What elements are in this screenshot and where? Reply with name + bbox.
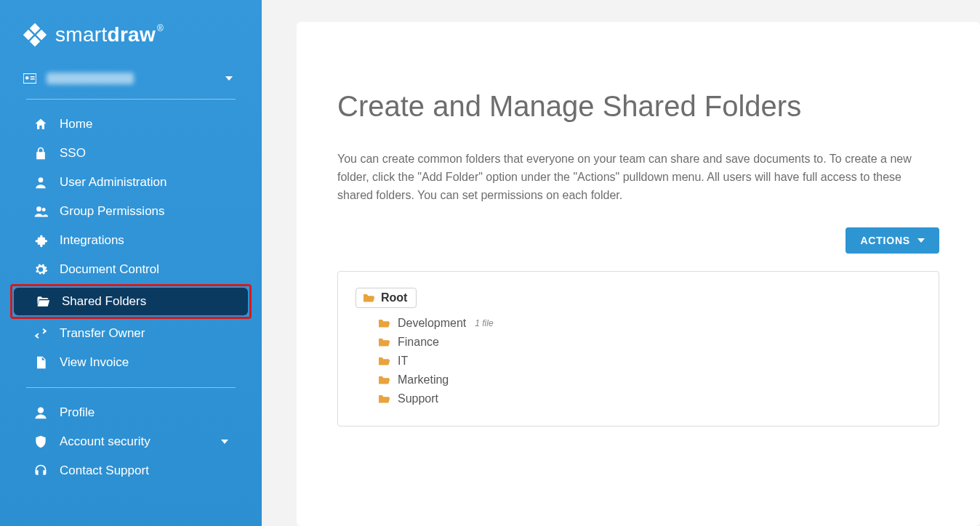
account-name-obscured — [47, 73, 134, 84]
folder-meta: 1 file — [475, 318, 493, 328]
document-icon — [33, 355, 48, 370]
svg-marker-1 — [36, 30, 47, 40]
highlighted-nav-item: Shared Folders — [10, 284, 252, 319]
lock-icon — [33, 146, 48, 161]
transfer-icon — [33, 326, 48, 341]
sidebar-item-transfer-owner[interactable]: Transfer Owner — [12, 320, 250, 347]
main-area: Create and Manage Shared Folders You can… — [262, 0, 980, 526]
sidebar-item-contact-support[interactable]: Contact Support — [12, 457, 250, 485]
account-selector[interactable] — [0, 62, 262, 94]
folder-open-icon — [377, 318, 390, 328]
puzzle-icon — [33, 233, 48, 248]
sidebar-item-label: Shared Folders — [62, 294, 146, 309]
folder-label: Support — [398, 392, 438, 405]
smartdraw-logo-icon — [22, 22, 48, 48]
folder-item-support[interactable]: Support — [377, 392, 921, 405]
folder-tree: Root Development 1 file Finance IT — [337, 271, 939, 426]
headset-icon — [33, 464, 48, 478]
folder-item-finance[interactable]: Finance — [377, 336, 921, 349]
brand-logo[interactable]: smartdraw® — [0, 17, 262, 62]
svg-marker-0 — [30, 23, 40, 33]
gear-icon — [33, 262, 48, 277]
svg-point-8 — [39, 177, 44, 182]
page-title: Create and Manage Shared Folders — [337, 90, 939, 123]
folder-open-icon — [36, 294, 50, 309]
sidebar-item-profile[interactable]: Profile — [12, 399, 250, 426]
folder-open-icon — [377, 375, 390, 385]
folder-item-marketing[interactable]: Marketing — [377, 373, 921, 387]
sidebar: smartdraw® Home SSO User Administratio — [0, 0, 262, 526]
actions-row: ACTIONS — [337, 227, 939, 254]
sidebar-item-label: Document Control — [60, 262, 159, 277]
sidebar-item-label: Home — [60, 117, 92, 132]
primary-nav: Home SSO User Administration Group Permi… — [0, 107, 262, 380]
sidebar-item-integrations[interactable]: Integrations — [12, 227, 250, 254]
folder-open-icon — [362, 293, 375, 303]
folder-label: Marketing — [398, 373, 449, 387]
svg-point-11 — [38, 408, 44, 413]
home-icon — [33, 117, 48, 132]
svg-point-5 — [25, 76, 29, 80]
sidebar-item-shared-folders[interactable]: Shared Folders — [14, 288, 248, 315]
folder-root[interactable]: Root — [356, 288, 417, 308]
users-icon — [33, 204, 48, 219]
sidebar-item-label: View Invoice — [60, 355, 129, 370]
chevron-down-icon — [221, 440, 228, 444]
svg-rect-6 — [31, 76, 35, 78]
divider — [26, 99, 236, 100]
folder-label: Finance — [398, 336, 439, 349]
svg-marker-2 — [30, 36, 40, 46]
sidebar-item-group-perms[interactable]: Group Permissions — [12, 198, 250, 225]
sidebar-item-home[interactable]: Home — [12, 110, 250, 138]
svg-marker-3 — [23, 30, 33, 40]
brand-name: smartdraw® — [55, 23, 164, 46]
profile-icon — [33, 405, 48, 420]
sidebar-item-label: Contact Support — [60, 464, 149, 478]
sidebar-item-account-security[interactable]: Account security — [12, 428, 250, 456]
folder-item-it[interactable]: IT — [377, 355, 921, 368]
sidebar-item-view-invoice[interactable]: View Invoice — [12, 349, 250, 376]
folder-open-icon — [377, 356, 390, 366]
folder-children: Development 1 file Finance IT Marketing — [377, 317, 921, 405]
sidebar-item-label: User Administration — [60, 175, 166, 190]
sidebar-item-label: SSO — [60, 146, 86, 161]
folder-item-development[interactable]: Development 1 file — [377, 317, 921, 330]
folder-open-icon — [377, 337, 390, 347]
user-icon — [33, 175, 48, 190]
svg-point-9 — [36, 206, 41, 211]
folder-label: IT — [398, 355, 408, 368]
page-description: You can create common folders that every… — [337, 150, 939, 204]
sidebar-item-label: Group Permissions — [60, 204, 165, 219]
folder-label: Development — [398, 317, 466, 330]
sidebar-item-label: Profile — [60, 405, 95, 420]
divider — [26, 387, 236, 388]
sidebar-item-user-admin[interactable]: User Administration — [12, 169, 250, 196]
sidebar-item-label: Integrations — [60, 233, 124, 248]
content-card: Create and Manage Shared Folders You can… — [297, 22, 980, 526]
svg-rect-7 — [31, 78, 35, 80]
sidebar-item-doc-control[interactable]: Document Control — [12, 256, 250, 283]
chevron-down-icon — [225, 76, 233, 81]
sidebar-item-label: Transfer Owner — [60, 326, 145, 341]
svg-point-10 — [42, 208, 46, 211]
sidebar-item-label: Account security — [60, 434, 150, 449]
actions-button[interactable]: ACTIONS — [846, 227, 939, 254]
sidebar-item-sso[interactable]: SSO — [12, 139, 250, 167]
folder-open-icon — [377, 394, 390, 404]
actions-button-label: ACTIONS — [860, 235, 910, 246]
folder-root-label: Root — [381, 291, 407, 304]
chevron-down-icon — [917, 238, 925, 243]
shield-icon — [33, 434, 48, 449]
secondary-nav: Profile Account security Contact Support — [0, 395, 262, 488]
id-card-icon — [23, 73, 36, 84]
